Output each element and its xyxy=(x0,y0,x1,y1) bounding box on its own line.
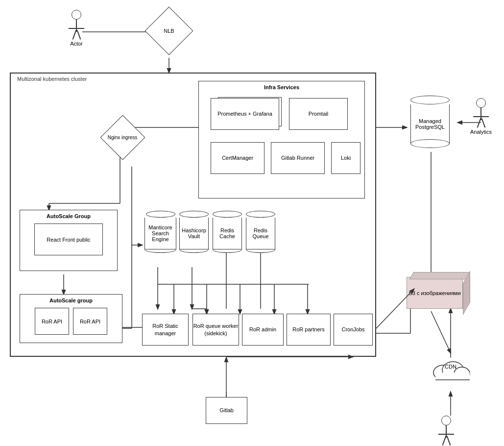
actor-head xyxy=(72,10,81,20)
cylinder-top-pg xyxy=(410,96,450,104)
s3-box: S3 с изображениями xyxy=(407,272,470,309)
gitlab-runner-label: Gitlab Runner xyxy=(281,154,314,161)
ror-static-box: RoR Static manager xyxy=(142,314,189,346)
loki-label: Loki xyxy=(341,154,351,161)
cylinder-body-redis-queue: Redis Queue xyxy=(246,218,275,249)
analytics-actor-leg-right xyxy=(481,118,485,127)
analytics-label: Analytics xyxy=(470,129,492,135)
actor-arms xyxy=(69,28,84,29)
actor-analytics: Analytics xyxy=(470,98,492,135)
actor-leg-left xyxy=(72,30,76,39)
cronjobs-label: CronJobs xyxy=(341,326,364,333)
nginx-diamond: Nginx ingress xyxy=(105,120,140,154)
manticore-cylinder: Manticore Search Engine xyxy=(144,211,176,253)
cdn-label: CDN xyxy=(429,364,473,370)
cylinder-body-redis-cache: Redis Cache xyxy=(213,218,242,249)
autoscale-group-1-label: AutoScale Group xyxy=(47,213,91,220)
nlb-label: NLB xyxy=(164,28,174,34)
cylinder-top-hashicorp xyxy=(179,211,209,218)
ror-api-2-label: RoR API xyxy=(80,318,100,325)
gitlab-label: Gitlab xyxy=(219,407,234,414)
react-front-box: React Front public xyxy=(34,223,103,255)
hashicorp-label: Hashicorp Vault xyxy=(181,227,207,239)
cylinder-body-pg: Managed PostgreSQL xyxy=(410,104,450,144)
redis-cache-label: Redis Cache xyxy=(215,227,240,239)
certmanager-box: CertManager xyxy=(211,142,264,174)
gitlab-runner-box: Gitlab Runner xyxy=(271,142,325,174)
cluster-label: Multizonal kubernetes cluster xyxy=(17,76,87,82)
autoscale-group-2-label: AutoScale group xyxy=(49,297,93,304)
analytics-actor-leg-left xyxy=(477,118,480,127)
actor-bottom: Actor xyxy=(438,416,454,446)
s3-front: S3 с изображениями xyxy=(407,277,463,309)
cronjobs-box: CronJobs xyxy=(334,314,373,346)
cylinder-top-redis-queue xyxy=(246,211,275,218)
ror-partners-box: RoR partners xyxy=(287,314,331,346)
ror-partners-label: RoR partners xyxy=(292,326,324,333)
gitlab-box: Gitlab xyxy=(206,397,247,424)
analytics-actor-head xyxy=(476,98,486,108)
cylinder-top-manticore xyxy=(146,211,175,218)
promtail-label: Promtail xyxy=(309,110,328,117)
nginx-label: Nginx ingress xyxy=(108,135,138,140)
nlb-diamond: NLB xyxy=(152,14,186,48)
actor-top-label: Actor xyxy=(70,41,83,47)
actor-bottom-leg-left xyxy=(442,436,446,445)
ror-api-2-box: RoR API xyxy=(73,308,107,335)
analytics-actor-arms xyxy=(473,116,489,117)
ror-queue-label: RoR queue worker (sidekick) xyxy=(193,322,239,337)
promtail-box: Promtail xyxy=(289,98,348,130)
certmanager-label: CertManager xyxy=(222,154,253,161)
actor-bottom-head xyxy=(441,416,451,425)
autoscale-group-1-box: AutoScale Group React Front public xyxy=(20,210,118,271)
redis-queue-label: Redis Queue xyxy=(248,227,273,239)
actor-bottom-arms xyxy=(438,434,454,435)
cdn-cloud: CDN xyxy=(429,353,473,385)
ror-api-1-box: RoR API xyxy=(35,308,69,335)
postgresql-cylinder: Managed PostgreSQL xyxy=(410,96,450,148)
actor-top: Actor xyxy=(69,10,84,47)
loki-box: Loki xyxy=(331,142,360,174)
s3-top xyxy=(409,272,470,279)
ror-admin-box: RoR admin xyxy=(242,314,284,346)
prometheus-grafana-label: Prometheus + Grafana xyxy=(217,110,272,117)
redis-queue-cylinder: Redis Queue xyxy=(246,211,275,253)
s3-label: S3 с изображениями xyxy=(408,290,460,296)
ror-static-label: RoR Static manager xyxy=(143,322,188,337)
ror-queue-box: RoR queue worker (sidekick) xyxy=(192,314,239,346)
s3-container: S3 с изображениями xyxy=(407,272,470,309)
cylinder-bottom-pg xyxy=(410,139,450,148)
cylinder-top-redis-cache xyxy=(213,211,242,218)
ror-api-1-label: RoR API xyxy=(42,318,62,325)
redis-cache-cylinder: Redis Cache xyxy=(213,211,242,253)
actor-bottom-leg-right xyxy=(447,436,451,445)
actor-leg-right xyxy=(77,30,81,39)
cylinder-body-manticore: Manticore Search Engine xyxy=(144,218,176,249)
autoscale-group-2-box: AutoScale group RoR API RoR API xyxy=(20,294,122,343)
prometheus-grafana-box: Prometheus + Grafana xyxy=(211,98,279,130)
svg-rect-38 xyxy=(435,372,470,382)
ror-admin-label: RoR admin xyxy=(249,326,276,333)
hashicorp-cylinder: Hashicorp Vault xyxy=(179,211,209,253)
cylinder-body-hashicorp: Hashicorp Vault xyxy=(179,218,209,249)
architecture-diagram: Actor NLB Multizonal kubernetes cluster … xyxy=(0,0,504,446)
postgresql-label: Managed PostgreSQL xyxy=(411,118,449,130)
svg-line-42 xyxy=(431,311,451,353)
react-front-label: React Front public xyxy=(47,236,90,243)
manticore-label: Manticore Search Engine xyxy=(146,224,174,242)
infra-services-label: Infra Services xyxy=(264,84,299,91)
